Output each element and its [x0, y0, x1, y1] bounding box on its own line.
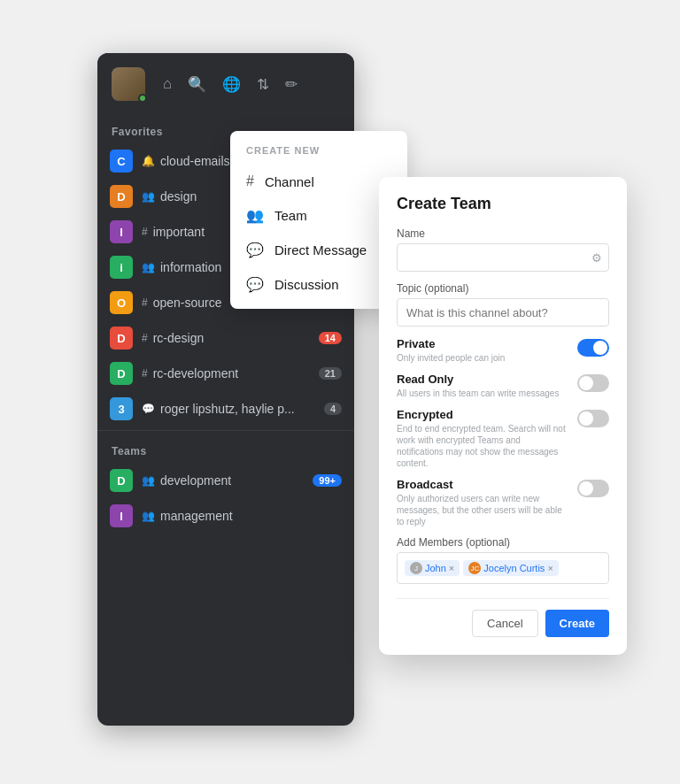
team-icon: 👥	[246, 207, 264, 224]
read-only-toggle-row: Read Only All users in this team can wri…	[397, 373, 609, 399]
member-tag-jocelyn: JC Jocelyn Curtis ×	[463, 560, 559, 576]
members-label: Add Members (optional)	[397, 536, 609, 549]
topic-field-group: Topic (optional)	[397, 282, 609, 327]
home-icon[interactable]: ⌂	[163, 75, 172, 93]
dm-icon: 💬	[246, 242, 264, 258]
encrypted-toggle-info: Encrypted End to end encrypted team. Sea…	[397, 408, 577, 469]
name-label: Name	[397, 227, 609, 240]
private-toggle-row: Private Only invited people can join	[397, 337, 609, 364]
team-icon: 👥	[142, 190, 155, 203]
read-only-toggle[interactable]	[577, 374, 609, 392]
create-team-label: Team	[274, 208, 307, 223]
list-item[interactable]: 3 💬 roger lipshutz, haylie p... 4	[97, 391, 354, 427]
member-avatar-john: J	[410, 562, 422, 574]
bell-icon: 🔔	[142, 155, 155, 167]
private-toggle[interactable]	[577, 339, 609, 357]
topic-label: Topic (optional)	[397, 282, 609, 295]
team-icon: 👥	[142, 474, 155, 487]
dm-icon: 💬	[142, 403, 155, 415]
team-icon: 👥	[142, 510, 155, 522]
broadcast-toggle-desc: Only authorized users can write new mess…	[397, 493, 568, 527]
hash-team-icon: #	[142, 367, 148, 380]
broadcast-toggle-row: Broadcast Only authorized users can writ…	[397, 478, 609, 527]
name-input[interactable]	[397, 243, 609, 272]
toggle-knob	[579, 376, 593, 390]
channel-avatar: I	[110, 504, 133, 527]
modal-title: Create Team	[397, 195, 609, 213]
unread-badge: 99+	[313, 474, 342, 487]
channel-avatar: i	[110, 256, 133, 279]
user-avatar-container[interactable]	[112, 67, 145, 101]
member-name-jocelyn: Jocelyn Curtis	[483, 563, 545, 573]
channel-avatar: 3	[110, 397, 133, 420]
name-input-wrapper: ⚙	[397, 243, 609, 272]
search-icon[interactable]: 🔍	[188, 75, 206, 94]
private-toggle-title: Private	[397, 337, 568, 350]
toggle-knob	[579, 481, 593, 496]
member-tag-john: J John ×	[405, 560, 460, 576]
private-toggle-desc: Only invited people can join	[397, 352, 568, 364]
hash-icon: #	[142, 296, 148, 309]
teams-list: D 👥 development 99+ I 👥 management	[97, 463, 354, 534]
member-avatar-jocelyn: JC	[468, 562, 481, 574]
channel-avatar: C	[110, 150, 133, 173]
channel-name: 👥 development	[142, 473, 304, 488]
channel-avatar: D	[110, 327, 133, 350]
header-icons: ⌂ 🔍 🌐 ⇅ ✏	[163, 75, 298, 94]
remove-john-button[interactable]: ×	[449, 563, 454, 573]
globe-icon[interactable]: 🌐	[222, 75, 241, 94]
private-toggle-info: Private Only invited people can join	[397, 337, 577, 364]
online-status-dot	[138, 94, 147, 103]
broadcast-toggle[interactable]	[577, 480, 609, 497]
toggle-knob	[593, 341, 607, 355]
discussion-icon: 💬	[246, 276, 264, 293]
cancel-button[interactable]: Cancel	[472, 610, 537, 637]
broadcast-toggle-title: Broadcast	[397, 478, 568, 491]
create-discussion-label: Discussion	[274, 277, 339, 292]
broadcast-toggle-info: Broadcast Only authorized users can writ…	[397, 478, 577, 527]
list-item[interactable]: D 👥 development 99+	[97, 463, 354, 498]
sidebar-header: ⌂ 🔍 🌐 ⇅ ✏	[97, 53, 354, 115]
unread-badge: 4	[324, 403, 342, 415]
channel-name: # rc-design	[142, 331, 310, 345]
member-name-john: John	[425, 563, 446, 573]
read-only-toggle-desc: All users in this team can write message…	[397, 388, 568, 399]
list-item[interactable]: D # rc-development 21	[97, 356, 354, 391]
hash-icon: #	[246, 173, 254, 189]
channel-avatar: I	[110, 220, 133, 243]
name-field-group: Name ⚙	[397, 227, 609, 272]
channel-name: # rc-development	[142, 366, 310, 380]
create-team-modal: Create Team Name ⚙ Topic (optional) Priv…	[379, 177, 627, 655]
encrypted-toggle[interactable]	[577, 410, 609, 427]
channel-avatar: D	[110, 469, 133, 492]
encrypted-toggle-row: Encrypted End to end encrypted team. Sea…	[397, 408, 609, 469]
create-button[interactable]: Create	[545, 610, 609, 637]
modal-footer: Cancel Create	[397, 598, 609, 637]
channel-avatar: O	[110, 291, 133, 314]
unread-badge: 21	[319, 367, 342, 380]
read-only-toggle-info: Read Only All users in this team can wri…	[397, 373, 577, 399]
team-icon: 👥	[142, 261, 155, 273]
remove-jocelyn-button[interactable]: ×	[547, 563, 552, 573]
members-input[interactable]: J John × JC Jocelyn Curtis ×	[397, 552, 609, 584]
edit-icon[interactable]: ✏	[285, 75, 298, 94]
channel-avatar: D	[110, 362, 133, 385]
teams-section-label: Teams	[97, 434, 354, 463]
encrypted-toggle-desc: End to end encrypted team. Search will n…	[397, 423, 568, 469]
unread-badge: 14	[319, 332, 342, 344]
members-field-group: Add Members (optional) J John × JC Jocel…	[397, 536, 609, 584]
channel-avatar: D	[110, 185, 133, 208]
encrypted-toggle-title: Encrypted	[397, 408, 568, 421]
topic-input[interactable]	[397, 298, 609, 327]
dropdown-label: CREATE NEW	[230, 142, 407, 165]
sort-icon[interactable]: ⇅	[257, 75, 269, 94]
generate-icon: ⚙	[591, 251, 602, 265]
list-item[interactable]: I 👥 management	[97, 498, 354, 534]
channel-name: 💬 roger lipshutz, haylie p...	[142, 402, 315, 416]
divider	[97, 430, 354, 431]
hash-team-icon: #	[142, 332, 148, 344]
list-item[interactable]: D # rc-design 14	[97, 320, 354, 356]
toggle-knob	[579, 411, 593, 426]
create-dm-label: Direct Message	[274, 242, 367, 257]
hash-team-icon: #	[142, 226, 148, 238]
